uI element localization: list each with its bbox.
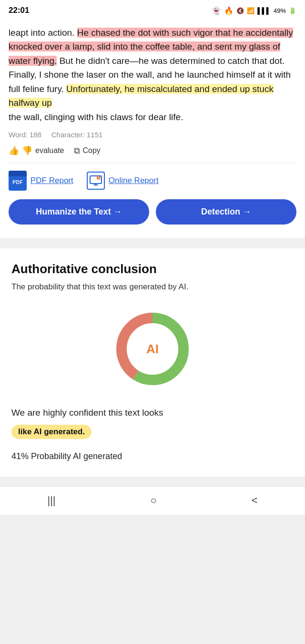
detection-label: Detection → [201,207,251,217]
mute-icon: 🔇 [236,7,244,14]
section-gap [0,238,305,248]
conclusion-description: The probability that this text was gener… [11,282,294,292]
signal-icon: ▌▌▌ [257,7,271,14]
thumbs-down-icon: 👎 [22,145,32,156]
nav-home-button[interactable]: ○ [150,494,156,507]
word-count: Word: 188 Character: 1151 [9,131,296,139]
donut-chart: AI [110,306,195,392]
thumbs-up-icon: 👍 [9,145,19,156]
battery-icon: 🔋 [289,7,296,14]
text-area: leapt into action. He chased the dot wit… [9,21,296,126]
text-faded: the wall, clinging with his claws for de… [9,110,296,124]
nav-menu-button[interactable]: ||| [47,494,55,507]
word-count-label: Word: 188 [9,131,41,139]
humanize-label: Humanize the Text → [36,207,122,217]
action-bar: 👍 👎 evaluate ⧉ Copy [9,143,296,163]
copy-icon: ⧉ [74,146,80,156]
report-row: PDF PDF Report Online Report [9,163,296,197]
nav-back-button[interactable]: < [252,494,258,507]
humanize-button[interactable]: Humanize the Text → [9,199,149,225]
pdf-icon: PDF [9,171,27,191]
detection-button[interactable]: Detection → [156,199,296,225]
char-count-label: Character: 1151 [51,131,103,139]
donut-center-label: AI [146,342,159,357]
monitor-icon [87,172,105,190]
copy-button[interactable]: ⧉ Copy [74,146,101,156]
ghost-icon: 👻 [212,6,221,15]
conclusion-summary: We are highly confident this text looks [11,406,294,420]
evaluate-label: evaluate [35,146,64,155]
copy-label: Copy [83,146,101,155]
text-prefix: leapt into action. [9,28,77,38]
online-report-button[interactable]: Online Report [87,172,159,190]
status-bar: 22:01 👻 🔥 🔇 📶 ▌▌▌ 49% 🔋 [0,0,305,21]
online-report-label: Online Report [109,176,159,185]
chart-container: AI [11,306,294,392]
battery-level: 49% [274,7,286,14]
pdf-report-label: PDF Report [30,176,73,185]
conclusion-card: Authoritative conclusion The probability… [0,248,305,477]
probability-text: 41% Probability AI generated [11,451,294,461]
status-icons: 👻 🔥 🔇 📶 ▌▌▌ 49% 🔋 [212,6,296,15]
nav-bar: ||| ○ < [0,486,305,515]
wifi-icon: 📶 [247,7,254,14]
main-card: leapt into action. He chased the dot wit… [0,21,305,238]
flame-icon: 🔥 [224,6,234,15]
buttons-row: Humanize the Text → Detection → [9,199,296,228]
conclusion-title: Authoritative conclusion [11,262,294,276]
status-time: 22:01 [9,6,29,15]
evaluate-button[interactable]: 👍 👎 evaluate [9,145,64,156]
pdf-report-button[interactable]: PDF PDF Report [9,171,73,191]
ai-badge: like AI generated. [11,425,92,439]
